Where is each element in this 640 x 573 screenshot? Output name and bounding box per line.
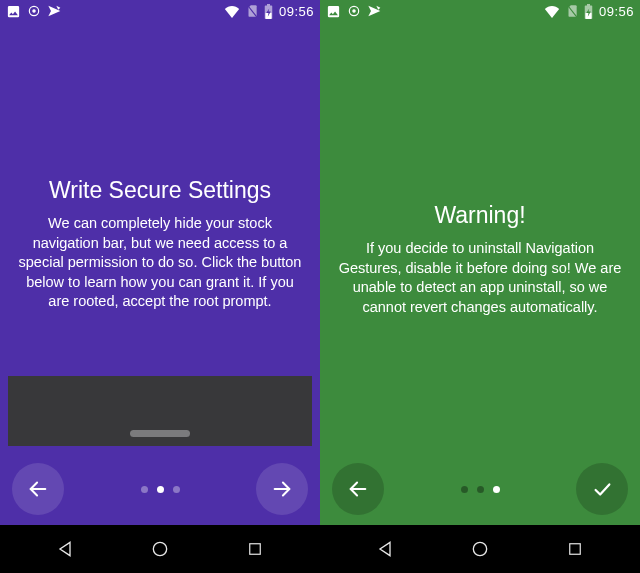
target-icon bbox=[347, 4, 361, 18]
play-badge-icon bbox=[367, 4, 383, 18]
status-left bbox=[6, 4, 63, 19]
svg-rect-6 bbox=[250, 544, 261, 555]
check-icon bbox=[591, 478, 613, 500]
android-nav-bar bbox=[0, 525, 320, 573]
page-title: Warning! bbox=[434, 202, 525, 229]
status-right: 09:56 bbox=[544, 4, 634, 19]
picture-icon bbox=[326, 4, 341, 19]
arrow-right-icon bbox=[271, 478, 293, 500]
svg-rect-12 bbox=[570, 544, 581, 555]
nav-recents-button[interactable] bbox=[225, 525, 285, 573]
onboarding-content: Warning! If you decide to uninstall Navi… bbox=[320, 22, 640, 525]
pager-controls bbox=[0, 453, 320, 525]
screen-secure-settings: 09:56 Write Secure Settings We can compl… bbox=[0, 0, 320, 573]
done-button[interactable] bbox=[576, 463, 628, 515]
no-sim-icon bbox=[566, 4, 578, 18]
svg-point-8 bbox=[353, 10, 355, 12]
status-bar: 09:56 bbox=[320, 0, 640, 22]
no-sim-icon bbox=[246, 4, 258, 18]
nav-back-button[interactable] bbox=[35, 525, 95, 573]
target-icon bbox=[27, 4, 41, 18]
android-nav-bar bbox=[320, 525, 640, 573]
status-left bbox=[326, 4, 383, 19]
play-badge-icon bbox=[47, 4, 63, 18]
arrow-left-icon bbox=[27, 478, 49, 500]
gesture-pill-icon bbox=[130, 430, 190, 437]
nav-recents-button[interactable] bbox=[545, 525, 605, 573]
svg-point-11 bbox=[473, 542, 486, 555]
dot bbox=[141, 486, 148, 493]
page-body: If you decide to uninstall Navigation Ge… bbox=[334, 239, 626, 317]
dot bbox=[461, 486, 468, 493]
onboarding-content: Write Secure Settings We can completely … bbox=[0, 22, 320, 525]
nav-back-button[interactable] bbox=[355, 525, 415, 573]
svg-point-5 bbox=[153, 542, 166, 555]
page-body: We can completely hide your stock naviga… bbox=[14, 214, 306, 312]
battery-charging-icon bbox=[584, 4, 593, 19]
pager-controls bbox=[320, 453, 640, 525]
status-bar: 09:56 bbox=[0, 0, 320, 22]
dot-active bbox=[157, 486, 164, 493]
dot-active bbox=[493, 486, 500, 493]
screen-warning: 09:56 Warning! If you decide to uninstal… bbox=[320, 0, 640, 573]
picture-icon bbox=[6, 4, 21, 19]
status-time: 09:56 bbox=[279, 4, 314, 19]
page-title: Write Secure Settings bbox=[49, 177, 271, 204]
battery-charging-icon bbox=[264, 4, 273, 19]
arrow-left-icon bbox=[347, 478, 369, 500]
page-indicator bbox=[141, 486, 180, 493]
nav-home-button[interactable] bbox=[130, 525, 190, 573]
wifi-icon bbox=[544, 5, 560, 18]
dual-screenshot: 09:56 Write Secure Settings We can compl… bbox=[0, 0, 640, 573]
next-button[interactable] bbox=[256, 463, 308, 515]
dot bbox=[477, 486, 484, 493]
svg-point-1 bbox=[33, 10, 35, 12]
back-button[interactable] bbox=[332, 463, 384, 515]
status-right: 09:56 bbox=[224, 4, 314, 19]
status-time: 09:56 bbox=[599, 4, 634, 19]
wifi-icon bbox=[224, 5, 240, 18]
page-indicator bbox=[461, 486, 500, 493]
dot bbox=[173, 486, 180, 493]
back-button[interactable] bbox=[12, 463, 64, 515]
hidden-nav-preview bbox=[8, 376, 312, 446]
nav-home-button[interactable] bbox=[450, 525, 510, 573]
